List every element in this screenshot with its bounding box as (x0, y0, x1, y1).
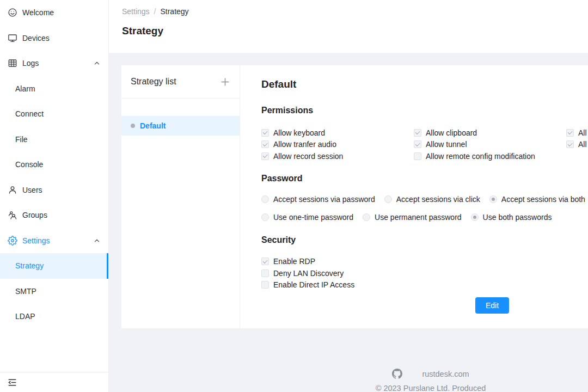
radio-accept-sessions-via-click[interactable]: Accept sessions via click (384, 194, 480, 206)
permissions-column: All All (566, 127, 587, 162)
sidebar-item-connect[interactable]: Connect (0, 101, 108, 127)
checkbox-allow-truncated-1[interactable]: All (566, 127, 587, 139)
breadcrumb-separator: / (154, 7, 156, 16)
strategy-list-header: Strategy list (121, 65, 240, 99)
password-radio-row: Use one-time password Use permanent pass… (261, 211, 588, 223)
radio-label: Use permanent password (375, 213, 462, 222)
checkbox-icon (261, 140, 269, 148)
checkbox-icon (261, 129, 269, 137)
sidebar-footer (0, 372, 108, 392)
checkbox-enable-direct-ip-access[interactable]: Enable Direct IP Access (261, 279, 588, 291)
radio-use-permanent-password[interactable]: Use permanent password (363, 211, 462, 223)
checkbox-allow-clipboard[interactable]: Allow clipboard (414, 127, 566, 139)
radio-icon (261, 213, 269, 221)
checkbox-icon (261, 258, 269, 265)
add-strategy-button[interactable] (220, 77, 230, 87)
permissions-column: Allow clipboard Allow tunnel Allow remot… (414, 127, 566, 162)
checkbox-label: Allow clipboard (426, 128, 477, 137)
radio-accept-sessions-via-password[interactable]: Accept sessions via password (261, 194, 375, 206)
strategy-detail-panel: Default Permissions Allow keyboard Allow… (240, 65, 588, 328)
monitor-icon (8, 33, 17, 43)
sidebar-item-alarm[interactable]: Alarm (0, 76, 108, 102)
sidebar-item-console[interactable]: Console (0, 152, 108, 177)
page-header: Settings / Strategy Strategy (109, 0, 588, 53)
rustdesk-link[interactable]: rustdesk.com (422, 370, 469, 378)
radio-use-one-time-password[interactable]: Use one-time password (261, 211, 353, 223)
checkbox-label: Allow record session (273, 152, 343, 161)
checkbox-icon (261, 152, 269, 160)
chevron-up-icon[interactable] (93, 59, 101, 67)
sidebar-item-file[interactable]: File (0, 127, 108, 152)
breadcrumb-settings[interactable]: Settings (122, 7, 150, 16)
checkbox-allow-transfer-audio[interactable]: Allow tranfer audio (261, 139, 414, 151)
checkbox-icon (566, 140, 574, 148)
checkbox-label: All (578, 128, 587, 137)
checkbox-allow-truncated-2[interactable]: All (566, 139, 587, 151)
sidebar-item-ldap[interactable]: LDAP (0, 304, 108, 329)
radio-label: Use both passwords (483, 213, 552, 222)
sidebar-item-label: Strategy (15, 261, 101, 270)
checkbox-label: Allow remote config modification (426, 152, 535, 161)
sidebar-item-label: File (15, 135, 101, 144)
radio-label: Use one-time password (273, 213, 353, 222)
sidebar-item-label: Settings (22, 236, 93, 245)
sidebar-item-logs[interactable]: Logs (0, 51, 108, 76)
page-title: Strategy (122, 25, 588, 37)
strategy-detail-title: Default (261, 78, 588, 90)
radio-icon (471, 213, 479, 221)
strategy-list-title: Strategy list (131, 77, 176, 87)
checkbox-enable-rdp[interactable]: Enable RDP (261, 256, 588, 268)
checkbox-label: Allow tranfer audio (273, 140, 336, 149)
edit-button[interactable]: Edit (475, 297, 509, 314)
checkbox-allow-record-session[interactable]: Allow record session (261, 150, 414, 162)
strategy-list-item-default[interactable]: Default (121, 116, 240, 136)
sidebar-item-welcome[interactable]: Welcome (0, 0, 108, 26)
sidebar-item-users[interactable]: Users (0, 177, 108, 203)
radio-label: Accept sessions via click (396, 195, 480, 204)
sidebar-item-label: Logs (22, 59, 93, 68)
radio-icon (261, 195, 269, 203)
sidebar-item-label: Devices (22, 34, 101, 42)
sidebar-item-label: Welcome (22, 8, 101, 17)
checkbox-icon (414, 140, 421, 148)
checkbox-label: Enable RDP (273, 257, 315, 266)
table-icon (8, 58, 17, 68)
checkbox-label: All (578, 140, 587, 149)
strategy-card: Strategy list Default (121, 65, 588, 328)
permissions-column: Allow keyboard Allow tranfer audio Allow… (261, 127, 414, 162)
footer-copyright: © 2023 Purslane Ltd. Produced (109, 384, 588, 392)
checkbox-deny-lan-discovery[interactable]: Deny LAN Discovery (261, 267, 588, 279)
password-section-title: Password (261, 174, 588, 183)
security-checkbox-list: Enable RDP Deny LAN Discovery Enable Dir… (261, 256, 588, 291)
github-icon[interactable] (392, 369, 402, 379)
collapse-sidebar-icon[interactable] (7, 377, 17, 388)
footer-links: rustdesk.com (109, 369, 588, 379)
checkbox-icon (261, 281, 269, 289)
checkbox-allow-tunnel[interactable]: Allow tunnel (414, 139, 566, 151)
smiley-icon (8, 8, 17, 17)
checkbox-allow-remote-config-modification[interactable]: Allow remote config modification (414, 150, 566, 162)
strategy-list-panel: Strategy list Default (121, 65, 240, 328)
sidebar-item-smtp[interactable]: SMTP (0, 279, 108, 304)
breadcrumb: Settings / Strategy (122, 0, 588, 16)
permissions-grid: Allow keyboard Allow tranfer audio Allow… (261, 127, 588, 162)
sidebar-item-devices[interactable]: Devices (0, 26, 108, 51)
sidebar-item-label: Alarm (15, 84, 101, 93)
checkbox-icon (414, 152, 421, 160)
checkbox-label: Deny LAN Discovery (273, 269, 344, 278)
radio-accept-sessions-via-both[interactable]: Accept sessions via both (489, 194, 585, 206)
chevron-up-icon[interactable] (93, 237, 101, 244)
checkbox-allow-keyboard[interactable]: Allow keyboard (261, 127, 414, 139)
radio-use-both-passwords[interactable]: Use both passwords (471, 211, 552, 223)
content-area: Strategy list Default (109, 53, 588, 392)
sidebar-item-settings[interactable]: Settings (0, 228, 108, 254)
sidebar-item-label: SMTP (15, 287, 101, 296)
strategy-list-body: Default (121, 99, 240, 136)
permissions-section-title: Permissions (261, 106, 588, 115)
sidebar-item-groups[interactable]: Groups (0, 203, 108, 228)
group-icon (8, 210, 17, 220)
sidebar-item-label: Connect (15, 109, 101, 118)
checkbox-icon (261, 270, 269, 277)
checkbox-label: Allow keyboard (273, 128, 325, 137)
sidebar-item-strategy[interactable]: Strategy (0, 253, 108, 279)
